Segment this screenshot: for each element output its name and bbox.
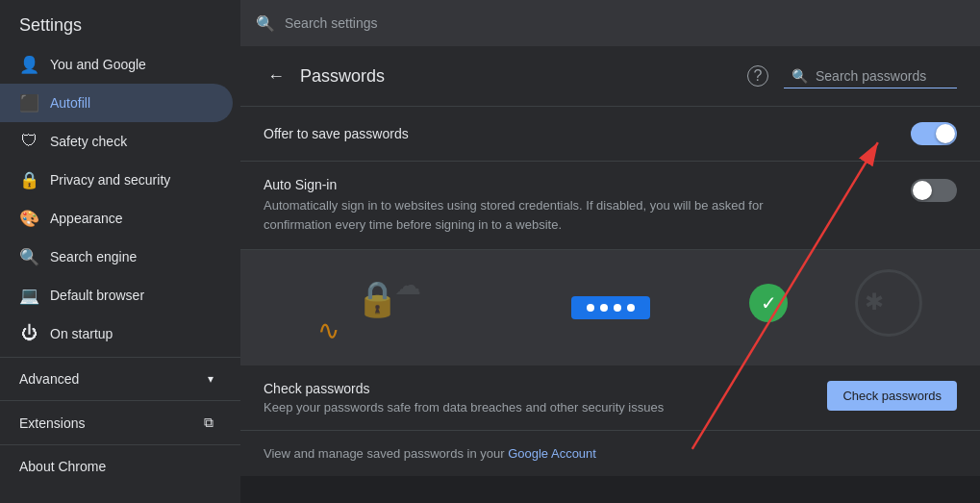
sidebar-label-search-engine: Search engine bbox=[50, 249, 137, 264]
browser-icon: 💻 bbox=[19, 286, 38, 305]
star-icon: ✱ bbox=[865, 289, 884, 315]
pwd-dot-4 bbox=[627, 304, 635, 312]
sidebar-extensions[interactable]: Extensions ⧉ bbox=[0, 405, 233, 440]
check-passwords-row: Check passwords Keep your passwords safe… bbox=[240, 365, 980, 431]
google-account-link[interactable]: Google Account bbox=[508, 446, 596, 461]
sidebar-label-privacy-security: Privacy and security bbox=[50, 172, 170, 188]
sidebar-label-you-google: You and Google bbox=[50, 57, 146, 72]
illustration-banner: ☁ 🔒 ∿ ✓ ✱ bbox=[240, 250, 980, 365]
password-field-illustration bbox=[571, 296, 650, 319]
sidebar-label-extensions: Extensions bbox=[19, 415, 85, 431]
lock-icon: 🔒 bbox=[19, 170, 38, 189]
search-passwords-field[interactable]: 🔍 bbox=[784, 64, 957, 88]
offer-save-row: Offer to save passwords bbox=[240, 107, 980, 162]
auto-signin-text: Auto Sign-in Automatically sign in to we… bbox=[264, 177, 895, 234]
sidebar-label-default-browser: Default browser bbox=[50, 288, 144, 303]
toggle-track-off[interactable] bbox=[911, 179, 957, 202]
auto-signin-row: Auto Sign-in Automatically sign in to we… bbox=[240, 162, 980, 250]
back-arrow-icon: ← bbox=[267, 66, 285, 87]
pwd-dot-3 bbox=[614, 304, 621, 312]
sidebar-label-advanced: Advanced bbox=[19, 371, 79, 387]
sidebar: Settings 👤 You and Google ⬛ Autofill 🛡 S… bbox=[0, 0, 240, 503]
top-search-bar: 🔍 bbox=[240, 0, 980, 46]
page-title: Passwords bbox=[300, 66, 732, 87]
page-header: ← Passwords ? 🔍 bbox=[240, 46, 980, 107]
check-passwords-button[interactable]: Check passwords bbox=[827, 381, 957, 411]
green-check-icon: ✓ bbox=[749, 284, 788, 322]
help-icon: ? bbox=[747, 65, 768, 87]
sidebar-label-on-startup: On startup bbox=[50, 326, 113, 341]
auto-signin-title: Auto Sign-in bbox=[264, 177, 895, 192]
search-passwords-icon: 🔍 bbox=[792, 68, 808, 84]
sidebar-item-you-google[interactable]: 👤 You and Google bbox=[0, 45, 233, 84]
lock-illus-icon: 🔒 bbox=[356, 279, 399, 319]
sidebar-label-autofill: Autofill bbox=[50, 95, 90, 111]
toggle-track-on[interactable] bbox=[911, 122, 957, 145]
top-search-input[interactable] bbox=[285, 15, 965, 31]
sidebar-item-appearance[interactable]: 🎨 Appearance bbox=[0, 199, 233, 238]
sidebar-item-about[interactable]: About Chrome bbox=[0, 449, 233, 484]
illustration-inner: ☁ 🔒 ∿ ✓ ✱ bbox=[240, 250, 980, 365]
search-icon: 🔍 bbox=[19, 247, 38, 266]
toggle-thumb-off bbox=[913, 181, 932, 200]
sidebar-item-search-engine[interactable]: 🔍 Search engine bbox=[0, 238, 233, 276]
offer-save-label: Offer to save passwords bbox=[264, 126, 911, 141]
toggle-thumb bbox=[936, 124, 955, 143]
sidebar-item-autofill[interactable]: ⬛ Autofill bbox=[0, 84, 233, 122]
search-passwords-input[interactable] bbox=[816, 68, 949, 84]
passwords-content: Offer to save passwords Auto Sign-in Aut… bbox=[240, 107, 980, 503]
sidebar-label-safety-check: Safety check bbox=[50, 134, 127, 149]
sidebar-item-on-startup[interactable]: ⏻ On startup bbox=[0, 314, 233, 353]
account-link-prefix: View and manage saved passwords in your bbox=[264, 446, 508, 461]
check-passwords-text: Check passwords Keep your passwords safe… bbox=[264, 381, 816, 415]
auto-signin-toggle[interactable] bbox=[911, 179, 957, 202]
chevron-down-icon: ▾ bbox=[208, 372, 214, 386]
sidebar-item-default-browser[interactable]: 💻 Default browser bbox=[0, 276, 233, 314]
sidebar-item-privacy-security[interactable]: 🔒 Privacy and security bbox=[0, 161, 233, 199]
main-content: 🔍 ← Passwords ? 🔍 Offer to save password… bbox=[240, 0, 980, 503]
amazon-logo-icon: ∿ bbox=[317, 314, 339, 346]
account-link-row: View and manage saved passwords in your … bbox=[240, 431, 980, 476]
palette-icon: 🎨 bbox=[19, 209, 38, 228]
person-icon: 👤 bbox=[19, 55, 38, 74]
pwd-dot-1 bbox=[587, 304, 594, 312]
offer-save-toggle[interactable] bbox=[911, 122, 957, 145]
help-button[interactable]: ? bbox=[743, 62, 772, 90]
startup-icon: ⏻ bbox=[19, 324, 38, 343]
top-search-icon: 🔍 bbox=[256, 14, 275, 33]
back-button[interactable]: ← bbox=[264, 63, 289, 90]
auto-signin-description: Automatically sign in to websites using … bbox=[264, 196, 792, 234]
check-passwords-description: Keep your passwords safe from data breac… bbox=[264, 400, 816, 415]
pwd-dot-2 bbox=[600, 304, 608, 312]
autofill-icon: ⬛ bbox=[19, 93, 38, 113]
check-passwords-title: Check passwords bbox=[264, 381, 816, 396]
sidebar-label-appearance: Appearance bbox=[50, 211, 123, 226]
shield-icon: 🛡 bbox=[19, 132, 38, 151]
sidebar-advanced[interactable]: Advanced ▾ bbox=[0, 362, 233, 396]
sidebar-label-about: About Chrome bbox=[19, 459, 106, 474]
app-title: Settings bbox=[0, 0, 240, 45]
sidebar-item-safety-check[interactable]: 🛡 Safety check bbox=[0, 122, 233, 161]
external-link-icon: ⧉ bbox=[204, 415, 214, 431]
